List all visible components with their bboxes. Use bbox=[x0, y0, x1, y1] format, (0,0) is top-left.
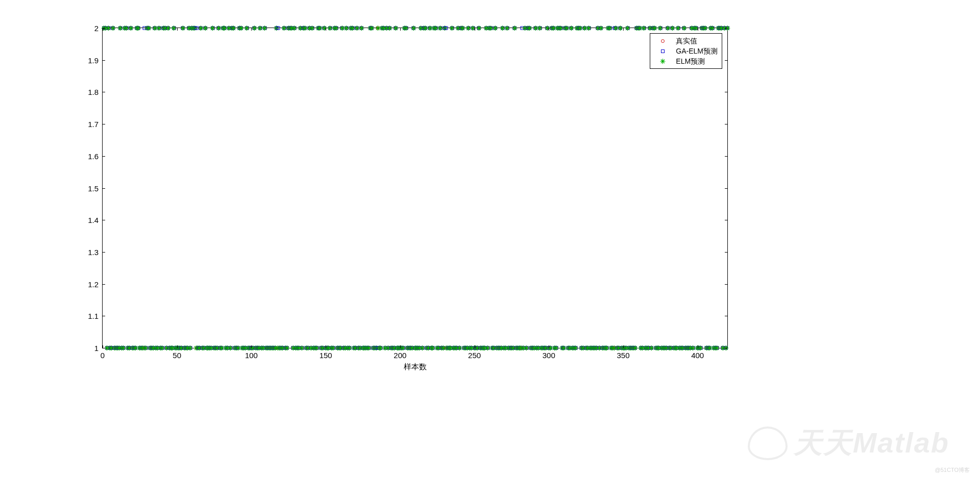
marker-circle-marker bbox=[300, 346, 304, 350]
marker-square-marker bbox=[276, 27, 280, 30]
marker-star-marker: ✳ bbox=[106, 25, 111, 32]
marker-square-marker bbox=[393, 346, 396, 350]
marker-square-marker bbox=[239, 27, 243, 30]
marker-square-marker bbox=[116, 346, 119, 350]
marker-circle-marker bbox=[157, 27, 161, 30]
marker-square-marker bbox=[334, 27, 338, 30]
marker-star-marker: ✳ bbox=[167, 345, 173, 351]
marker-square-marker bbox=[129, 27, 133, 30]
marker-star-marker: ✳ bbox=[660, 345, 666, 351]
marker-circle-marker bbox=[292, 27, 296, 30]
marker-star-marker: ✳ bbox=[183, 345, 189, 351]
marker-circle-marker bbox=[188, 346, 192, 350]
marker-circle-marker bbox=[380, 27, 384, 30]
marker-star-marker: ✳ bbox=[252, 25, 257, 32]
marker-square-marker bbox=[601, 346, 604, 350]
marker-star-marker: ✳ bbox=[253, 345, 259, 351]
marker-star-marker: ✳ bbox=[530, 345, 535, 351]
marker-circle-marker bbox=[184, 346, 188, 350]
marker-star-marker: ✳ bbox=[659, 345, 665, 351]
marker-circle-marker bbox=[310, 27, 314, 30]
marker-star-marker: ✳ bbox=[451, 345, 456, 351]
marker-star-marker: ✳ bbox=[436, 345, 442, 351]
marker-star-marker: ✳ bbox=[429, 345, 434, 351]
marker-circle-marker bbox=[468, 346, 472, 350]
marker-star-marker: ✳ bbox=[162, 25, 168, 32]
marker-circle-marker bbox=[678, 346, 681, 350]
marker-circle-marker bbox=[235, 346, 238, 350]
marker-square-marker bbox=[330, 346, 333, 350]
marker-star-marker: ✳ bbox=[574, 25, 580, 32]
marker-circle-marker bbox=[534, 27, 537, 30]
marker-star-marker: ✳ bbox=[668, 345, 674, 351]
marker-circle-marker bbox=[394, 27, 398, 30]
y-tick-label: 2 bbox=[94, 24, 99, 33]
marker-circle-marker bbox=[303, 27, 307, 30]
marker-square-marker bbox=[671, 27, 674, 30]
marker-square-marker bbox=[313, 346, 317, 350]
marker-star-marker: ✳ bbox=[525, 25, 531, 32]
marker-circle-marker bbox=[525, 346, 528, 350]
marker-square-marker bbox=[428, 27, 432, 30]
marker-star-marker: ✳ bbox=[116, 345, 122, 351]
marker-circle-marker bbox=[642, 27, 646, 30]
marker-square-marker bbox=[212, 346, 216, 350]
marker-circle-marker bbox=[369, 27, 372, 30]
marker-star-marker: ✳ bbox=[667, 345, 672, 351]
marker-circle-marker bbox=[647, 346, 650, 350]
marker-circle-marker bbox=[480, 346, 484, 350]
marker-star-marker: ✳ bbox=[623, 345, 629, 351]
marker-star-marker: ✳ bbox=[305, 345, 311, 351]
marker-square-marker bbox=[331, 346, 335, 350]
marker-star-marker: ✳ bbox=[531, 345, 537, 351]
marker-star-marker: ✳ bbox=[339, 25, 345, 32]
marker-circle-marker bbox=[318, 27, 322, 30]
marker-circle-marker bbox=[116, 346, 119, 350]
marker-square-marker bbox=[617, 346, 621, 350]
marker-square-marker bbox=[227, 27, 231, 30]
square-icon bbox=[654, 46, 671, 56]
marker-circle-marker bbox=[367, 346, 371, 350]
marker-circle-marker bbox=[279, 346, 283, 350]
marker-circle-marker bbox=[520, 346, 524, 350]
marker-circle-marker bbox=[464, 346, 468, 350]
marker-square-marker bbox=[223, 27, 226, 30]
marker-square-marker bbox=[166, 27, 170, 30]
marker-square-marker bbox=[638, 27, 642, 30]
marker-square-marker bbox=[170, 346, 174, 350]
marker-circle-marker bbox=[107, 27, 110, 30]
x-tick-label: 150 bbox=[320, 351, 332, 360]
marker-square-marker bbox=[663, 346, 667, 350]
legend-label: 真实值 bbox=[676, 36, 697, 46]
marker-square-marker bbox=[162, 27, 165, 30]
marker-star-marker: ✳ bbox=[458, 25, 464, 32]
marker-circle-marker bbox=[416, 346, 420, 350]
marker-square-marker bbox=[708, 346, 712, 350]
marker-square-marker bbox=[421, 346, 424, 350]
marker-circle-marker bbox=[404, 27, 408, 30]
marker-star-marker: ✳ bbox=[338, 345, 344, 351]
marker-circle-marker bbox=[455, 346, 458, 350]
marker-square-marker bbox=[351, 27, 354, 30]
marker-square-marker bbox=[567, 346, 570, 350]
marker-star-marker: ✳ bbox=[522, 25, 528, 32]
marker-circle-marker bbox=[253, 27, 256, 30]
marker-circle-marker bbox=[131, 346, 134, 350]
marker-square-marker bbox=[275, 27, 278, 30]
marker-square-marker bbox=[666, 27, 670, 30]
marker-star-marker: ✳ bbox=[165, 25, 171, 32]
marker-star-marker: ✳ bbox=[421, 25, 427, 32]
marker-circle-marker bbox=[486, 346, 489, 350]
marker-star-marker: ✳ bbox=[699, 25, 705, 32]
marker-square-marker bbox=[131, 346, 134, 350]
marker-circle-marker bbox=[222, 27, 225, 30]
marker-star-marker: ✳ bbox=[153, 345, 159, 351]
marker-square-marker bbox=[202, 346, 206, 350]
marker-star-marker: ✳ bbox=[164, 345, 169, 351]
marker-star-marker: ✳ bbox=[311, 345, 316, 351]
marker-star-marker: ✳ bbox=[503, 345, 508, 351]
marker-star-marker: ✳ bbox=[409, 345, 415, 351]
marker-square-marker bbox=[510, 346, 513, 350]
marker-circle-marker bbox=[419, 27, 423, 30]
marker-star-marker: ✳ bbox=[357, 345, 363, 351]
